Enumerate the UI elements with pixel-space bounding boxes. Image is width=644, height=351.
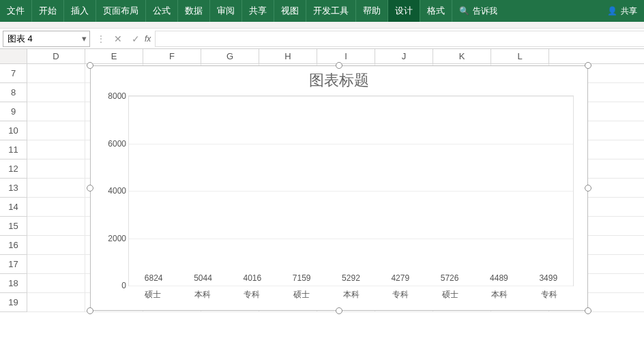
ribbon-tab-formulas[interactable]: 公式 <box>146 0 178 22</box>
column-header-E[interactable]: E <box>85 49 143 63</box>
x-tick-label: 专科 <box>525 289 574 301</box>
column-header-J[interactable]: J <box>375 49 433 63</box>
data-label: 7159 <box>281 273 322 283</box>
y-tick-label: 0 <box>100 281 126 290</box>
separator-icon: ⋮ <box>93 34 109 44</box>
formula-bar-row: 图表 4 ▾ ⋮ ✕ ✓ fx <box>0 29 644 49</box>
ribbon-tab-share[interactable]: 共享 <box>242 0 274 22</box>
cells-area[interactable]: 图表标题 02000400060008000682450444016715952… <box>27 64 644 312</box>
ribbon-tab-data[interactable]: 数据 <box>178 0 210 22</box>
data-label: 5044 <box>182 273 223 283</box>
selection-handle[interactable] <box>336 62 342 69</box>
row-header-15[interactable]: 15 <box>0 217 27 236</box>
selection-handle[interactable] <box>585 185 591 192</box>
ribbon: 文件 开始 插入 页面布局 公式 数据 审阅 共享 视图 开发工具 帮助 设计 … <box>0 0 644 22</box>
selection-handle[interactable] <box>87 185 93 192</box>
ribbon-tab-developer[interactable]: 开发工具 <box>306 0 356 22</box>
ribbon-tab-format[interactable]: 格式 <box>420 0 452 22</box>
selection-handle[interactable] <box>585 62 591 69</box>
select-all-corner[interactable] <box>0 49 27 63</box>
y-tick-label: 8000 <box>100 91 126 101</box>
data-label: 3499 <box>528 273 569 283</box>
y-tick-label: 6000 <box>100 139 126 149</box>
row-header-17[interactable]: 17 <box>0 255 27 274</box>
name-box-dropdown-icon[interactable]: ▾ <box>78 33 89 44</box>
y-tick-label: 2000 <box>100 234 126 243</box>
x-tick-label: 专科 <box>376 289 426 301</box>
chart-object[interactable]: 图表标题 02000400060008000682450444016715952… <box>90 65 588 311</box>
row-header-13[interactable]: 13 <box>0 179 27 198</box>
ribbon-tab-insert[interactable]: 插入 <box>64 0 96 22</box>
x-tick-label: 本科 <box>475 289 525 301</box>
ribbon-tellme[interactable]: 🔍 告诉我 <box>452 0 504 22</box>
ribbon-share-button[interactable]: 👤 共享 <box>600 0 644 22</box>
column-headers: DEFGHIJKL <box>0 49 644 64</box>
row-header-7[interactable]: 7 <box>0 64 27 83</box>
chart-plot-area[interactable]: 0200040006000800068245044401671595292427… <box>128 95 574 286</box>
x-tick-label: 硕士 <box>128 289 178 301</box>
row-header-12[interactable]: 12 <box>0 159 27 179</box>
data-label: 5726 <box>429 273 470 283</box>
data-label: 5292 <box>330 273 371 283</box>
ribbon-tab-design[interactable]: 设计 <box>388 0 420 22</box>
ribbon-tab-home[interactable]: 开始 <box>32 0 64 22</box>
column-header-G[interactable]: G <box>201 49 259 63</box>
column-header-H[interactable]: H <box>259 49 317 63</box>
cancel-icon[interactable]: ✕ <box>109 33 127 44</box>
row-header-11[interactable]: 11 <box>0 140 27 159</box>
chart-title[interactable]: 图表标题 <box>91 66 587 93</box>
row-header-8[interactable]: 8 <box>0 83 27 102</box>
selection-handle[interactable] <box>336 307 342 314</box>
column-header-F[interactable]: F <box>143 49 201 63</box>
enter-icon[interactable]: ✓ <box>127 33 145 44</box>
fx-label[interactable]: fx <box>145 34 155 44</box>
x-tick-label: 本科 <box>178 289 228 301</box>
y-tick-label: 4000 <box>100 186 126 196</box>
row-header-10[interactable]: 10 <box>0 121 27 140</box>
column-header-I[interactable]: I <box>317 49 375 63</box>
x-tick-label: 硕士 <box>277 289 327 301</box>
worksheet: DEFGHIJKL 78910111213141516171819 图表标题 0… <box>0 49 644 312</box>
search-icon: 🔍 <box>459 6 469 16</box>
ribbon-tab-review[interactable]: 审阅 <box>210 0 242 22</box>
ribbon-tab-file[interactable]: 文件 <box>0 0 32 22</box>
ribbon-collapsed-area <box>0 22 644 29</box>
selection-handle[interactable] <box>87 307 93 314</box>
ribbon-tab-view[interactable]: 视图 <box>274 0 306 22</box>
x-tick-label: 本科 <box>326 289 376 301</box>
row-header-14[interactable]: 14 <box>0 198 27 217</box>
data-label: 4016 <box>232 273 273 283</box>
row-header-16[interactable]: 16 <box>0 236 27 255</box>
user-icon: 👤 <box>607 6 617 16</box>
tellme-label: 告诉我 <box>473 5 497 17</box>
chart-x-axis: 硕士本科专科硕士本科专科硕士本科专科 <box>128 289 574 301</box>
column-header-K[interactable]: K <box>433 49 491 63</box>
share-label: 共享 <box>621 5 637 17</box>
column-header-L[interactable]: L <box>491 49 549 63</box>
name-box[interactable]: 图表 4 ▾ <box>3 31 90 47</box>
formula-input[interactable] <box>155 31 644 47</box>
data-label: 4279 <box>380 273 421 283</box>
ribbon-tab-pagelayout[interactable]: 页面布局 <box>96 0 146 22</box>
selection-handle[interactable] <box>585 307 591 314</box>
row-header-18[interactable]: 18 <box>0 274 27 293</box>
row-headers: 78910111213141516171819 <box>0 64 27 312</box>
name-box-value: 图表 4 <box>8 33 33 45</box>
data-label: 6824 <box>133 273 174 283</box>
x-tick-label: 专科 <box>227 289 277 301</box>
row-header-19[interactable]: 19 <box>0 293 27 312</box>
data-label: 4489 <box>478 273 519 283</box>
selection-handle[interactable] <box>87 62 93 69</box>
column-header-D[interactable]: D <box>27 49 85 63</box>
x-tick-label: 硕士 <box>425 289 475 301</box>
ribbon-tab-help[interactable]: 帮助 <box>356 0 388 22</box>
row-header-9[interactable]: 9 <box>0 102 27 121</box>
